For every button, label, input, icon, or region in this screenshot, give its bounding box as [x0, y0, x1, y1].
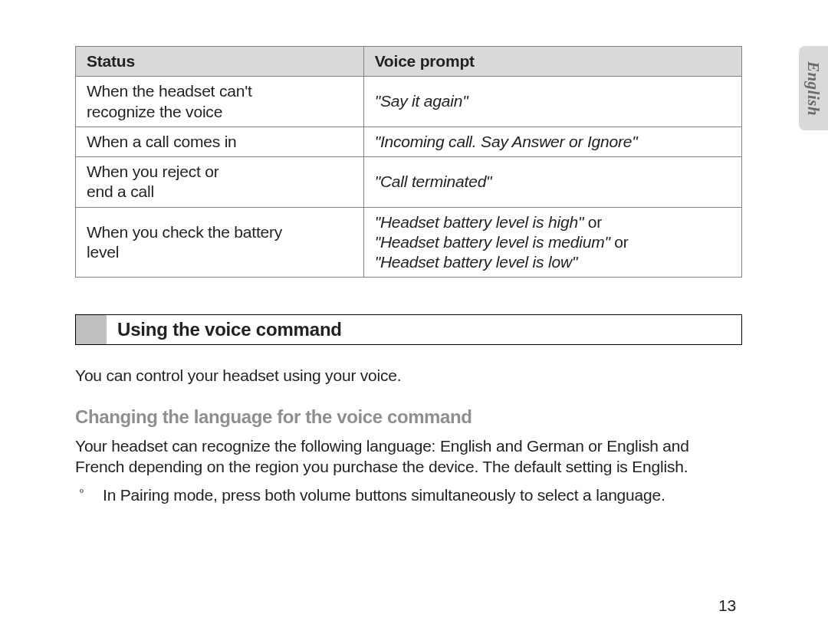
step-marker: º [75, 485, 103, 502]
text: end a call [87, 182, 154, 200]
text: or [583, 213, 602, 231]
table-row: When you check the battery level "Headse… [76, 207, 742, 278]
cell-status: When you reject or end a call [76, 157, 364, 208]
language-side-tab: English [799, 46, 828, 130]
section-heading: Using the voice command [75, 314, 742, 345]
text: "Call terminated" [375, 172, 492, 190]
step-text: In Pairing mode, press both volume butto… [103, 485, 665, 505]
intro-text: You can control your headset using your … [75, 365, 742, 386]
text: "Incoming call. Say Answer or Ignore" [375, 133, 638, 150]
cell-status: When a call comes in [76, 127, 364, 156]
cell-prompt: "Incoming call. Say Answer or Ignore" [363, 127, 741, 156]
section-heading-title: Using the voice command [107, 315, 342, 344]
sub-heading: Changing the language for the voice comm… [75, 406, 742, 428]
text: When you reject or [87, 163, 219, 180]
header-status: Status [76, 47, 364, 77]
step-row: º In Pairing mode, press both volume but… [75, 485, 742, 505]
header-voice-prompt: Voice prompt [363, 47, 741, 77]
cell-status: When you check the battery level [76, 207, 364, 278]
text: When you check the battery [87, 223, 282, 241]
table-row: When the headset can't recognize the voi… [76, 77, 742, 127]
text: When a call comes in [87, 133, 237, 150]
text: "Headset battery level is medium" [375, 233, 610, 251]
page-number: 13 [718, 596, 736, 615]
cell-status: When the headset can't recognize the voi… [76, 77, 364, 127]
language-side-tab-label: English [804, 61, 823, 115]
table-row: When you reject or end a call "Call term… [76, 157, 742, 208]
paragraph-text: Your headset can recognize the following… [75, 435, 742, 478]
cell-prompt: "Headset battery level is high" or "Head… [363, 207, 741, 278]
cell-prompt: "Say it again" [363, 77, 741, 127]
table-row: When a call comes in "Incoming call. Say… [76, 127, 742, 156]
text: "Say it again" [375, 92, 468, 110]
text: or [610, 233, 629, 251]
text: recognize the voice [87, 103, 222, 120]
text: When the headset can't [87, 82, 252, 100]
cell-prompt: "Call terminated" [363, 157, 741, 208]
voice-prompt-table: Status Voice prompt When the headset can… [75, 46, 742, 278]
table-header-row: Status Voice prompt [76, 47, 742, 77]
page-content: Status Voice prompt When the headset can… [75, 46, 742, 505]
text: "Headset battery level is low" [375, 253, 578, 271]
text: "Headset battery level is high" [375, 213, 584, 231]
text: level [87, 243, 119, 261]
heading-accent-block [76, 315, 107, 344]
